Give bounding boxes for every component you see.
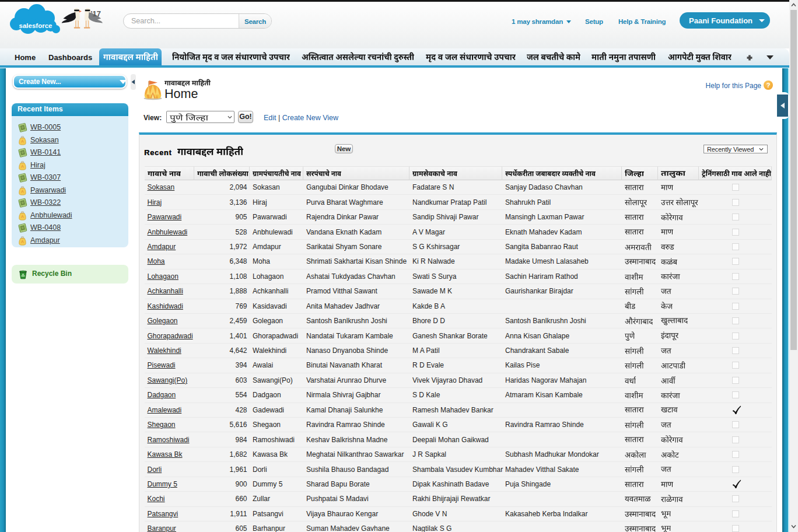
- svg-text:salesforce: salesforce: [19, 22, 52, 29]
- svg-text:’17: ’17: [90, 9, 101, 18]
